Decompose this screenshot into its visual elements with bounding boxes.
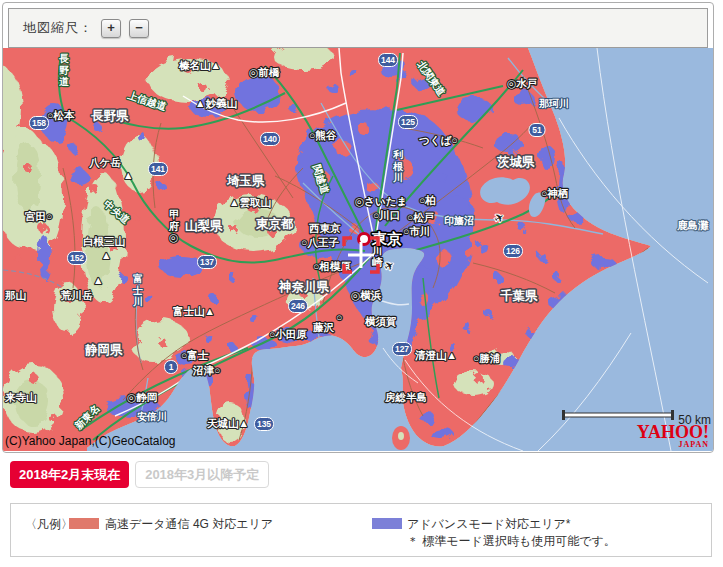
izu-oshima-island [392,426,410,450]
map-label: ▲ [123,169,133,181]
map-toolbar: 地図縮尺： + − [8,8,708,48]
legend-swatch-advance [372,518,402,529]
route-shield: 127 [393,343,412,356]
map-label: 長野道 [58,53,70,87]
map-label: ◎前橋 [249,66,281,78]
map-label: 那珂川 [538,98,569,109]
legend-label-advance: アドバンスモード対応エリア* [407,516,570,533]
map-label: ○柏 [419,194,436,206]
route-shield: 135 [255,418,274,431]
map-label: ○松戸 [407,211,434,223]
map-label: ○松本 [47,109,75,121]
map-label: ○ [336,311,342,323]
map-label: ◎横浜 [351,289,382,301]
map-label: 荒川岳 [60,289,93,301]
svg-text:137: 137 [200,257,214,267]
map-label: 甲府◎ [168,208,180,243]
map-label: ▲雲取山 [229,196,271,208]
page: { "toolbar": {"scale_label":"地図縮尺：","zoo… [0,0,723,567]
map-copyright: (C)Yahoo Japan,(C)GeoCatalog [5,434,176,448]
route-shield: 140 [261,133,280,146]
map-label: 横須賀 [364,315,397,328]
map-label: ○熊谷 [309,129,337,141]
svg-text:51: 51 [532,125,542,135]
map-label: 東京都 [255,216,294,231]
map-label: ◎水戸 [507,77,537,89]
map-label: ○富士 [181,349,209,361]
map-label: 印旛沼 [444,215,474,226]
map-label: 富士山▲ [173,305,215,317]
map-panel: 地図縮尺： + − [2,2,714,453]
route-shield: 51 [529,124,545,137]
legend-title: 〈凡例〉 [25,516,73,533]
map-label: 山梨県 [185,218,223,233]
map-label: ◎さいたま [355,195,407,207]
svg-text:152: 152 [70,253,84,263]
route-shield: 246 [289,300,308,313]
legend-box: 〈凡例〉 高速データ通信 4G 対応エリア アドバンスモード対応エリア* ＊ 標… [10,503,712,557]
date-tabs: 2018年2月末現在 2018年3月以降予定 [10,461,269,488]
svg-text:158: 158 [32,118,46,128]
route-shield: 137 [198,256,217,269]
map-label: 来寺山 [4,391,37,403]
map-label: ▲ [101,249,111,261]
svg-text:140: 140 [263,134,277,144]
map-label: つくば○ [418,134,458,147]
map-label: ◎静岡 [127,391,157,403]
map-scale-label: 地図縮尺： [23,19,93,37]
map-label: 天城山▲ [206,417,249,429]
map-label: 富士川 [132,273,143,307]
svg-text:126: 126 [506,246,520,256]
map-label: 白根三山 [83,235,126,247]
map-label: 長野県 [91,109,129,123]
tab-current-coverage[interactable]: 2018年2月末現在 [10,461,129,488]
map-label: ○勝浦 [473,352,500,364]
yahoo-japan-logo[interactable]: YAHOO! JAPAN [637,423,709,449]
route-shield: 125 [399,116,418,129]
map-label: 埼玉県 [226,174,265,188]
map-label: 那山 [4,289,27,301]
zoom-in-button[interactable]: + [101,19,121,38]
map-label: 藤沢 [312,321,335,333]
route-shield: 158 [30,117,49,130]
map-label: 清澄山▲ [414,349,457,361]
route-shield: 1 [165,361,178,374]
svg-text:144: 144 [381,55,395,65]
coverage-map[interactable]: ○松本◎前橋○熊谷◎さいたま○柏○川口○松戸○市川西東京○八王子○相模原◎横浜横… [3,48,713,451]
map-label: 八ケ岳 [88,156,121,169]
map-label: 榛名山▲ [178,59,221,71]
map-label: ○神栖 [541,187,569,199]
map-label: ○市川 [403,225,430,237]
route-shield: 152 [68,252,87,265]
map-label: 房総半島 [384,391,427,403]
svg-text:127: 127 [395,344,409,354]
map-label: ▲ [93,274,103,286]
legend-note: ＊ 標準モード選択時も使用可能です。 [407,533,616,550]
tab-planned-coverage[interactable]: 2018年3月以降予定 [135,461,269,488]
zoom-out-button[interactable]: − [129,19,149,38]
map-label: ○川口 [373,209,400,221]
map-label: 宮田○ [25,210,52,222]
map-label: 茨城県 [496,155,535,169]
svg-text:246: 246 [291,301,305,311]
map-label: ○小田原 [269,328,307,340]
route-shield: 126 [504,245,523,258]
route-shield: 144 [379,54,398,67]
map-label: 千葉県 [500,289,538,303]
map-label: ○八王子 [301,236,339,249]
map-label: 西東京 [308,222,341,234]
map-label: 鹿島灘 [676,219,709,231]
map-label: 沼津○ [192,364,220,376]
svg-text:141: 141 [151,164,165,174]
svg-text:125: 125 [401,117,415,127]
route-shield: 141 [149,163,168,176]
map-label: 安倍川 [137,411,167,422]
map-label: 静岡県 [85,343,123,357]
map-label: 利根川 [392,149,404,183]
legend-label-4g: 高速データ通信 4G 対応エリア [105,516,273,533]
map-canvas[interactable]: ○松本◎前橋○熊谷◎さいたま○柏○川口○松戸○市川西東京○八王子○相模原◎横浜横… [3,48,713,451]
svg-text:1: 1 [169,362,174,372]
svg-text:135: 135 [257,419,271,429]
map-label: ▲妙義山 [195,97,237,110]
legend-swatch-4g [69,518,99,529]
